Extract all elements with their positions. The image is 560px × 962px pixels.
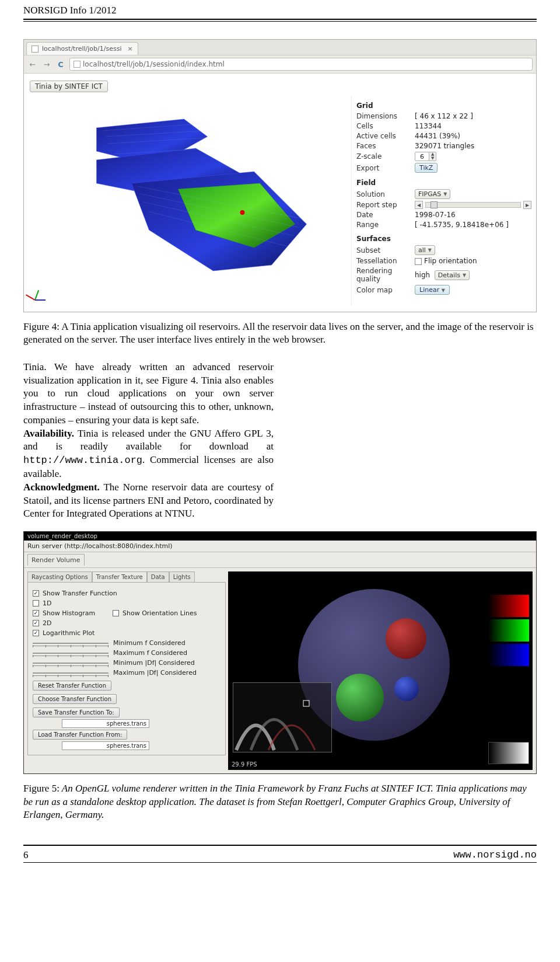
tab-render-volume[interactable]: Render Volume — [27, 554, 85, 566]
back-icon[interactable]: ← — [27, 59, 38, 69]
page-number: 6 — [23, 849, 29, 861]
reservoir-render — [29, 96, 351, 306]
figure-5-label: Figure 5: — [23, 783, 60, 794]
slider-min-df[interactable] — [33, 660, 108, 666]
figure-5-caption: Figure 5: An OpenGL volume renderer writ… — [23, 782, 537, 821]
grid-section-title: Grid — [356, 102, 531, 110]
reload-icon[interactable]: C — [55, 59, 66, 69]
solution-select[interactable]: FIPGAS▼ — [415, 189, 450, 199]
volume-render-viewport[interactable]: 29.9 FPS — [228, 571, 533, 770]
reservoir-viewport[interactable] — [29, 96, 352, 306]
color-gradient-legend — [488, 595, 529, 666]
close-icon[interactable]: × — [127, 45, 132, 53]
chk-show-tf[interactable] — [33, 590, 39, 597]
export-tikz-button[interactable]: TikZ — [415, 163, 438, 173]
tinia-url: http://www.tinia.org — [23, 455, 142, 466]
faces-label: Faces — [356, 142, 415, 150]
chk-show-histogram[interactable] — [33, 610, 39, 616]
subset-select[interactable]: all▼ — [415, 245, 435, 255]
tab-raycasting[interactable]: Raycasting Options — [27, 571, 92, 582]
zscale-spinner[interactable]: 6▲▼ — [415, 152, 436, 161]
transfer-function-plot — [233, 682, 332, 752]
solution-label: Solution — [356, 190, 415, 198]
tab-transfer-texture[interactable]: Transfer Texture — [92, 571, 147, 582]
reset-tf-button[interactable]: Reset Transfer Function — [33, 681, 111, 691]
slider-min-f[interactable] — [33, 640, 108, 646]
chevron-down-icon: ▼ — [442, 288, 445, 293]
availability-heading: Availability. — [23, 428, 74, 439]
figure-4-label: Figure 4: — [23, 321, 60, 332]
tab-lights[interactable]: Lights — [169, 571, 195, 582]
spinner-down-icon: ▼ — [429, 156, 436, 161]
chevron-down-icon: ▼ — [463, 273, 466, 278]
zscale-label: Z-scale — [356, 152, 415, 161]
export-label: Export — [356, 164, 415, 172]
tessellation-label: Tessellation — [356, 257, 415, 265]
rendering-quality-label: Rendering quality — [356, 267, 415, 283]
page-footer: 6 www.norsigd.no — [23, 845, 537, 861]
chk-2d[interactable] — [33, 620, 39, 626]
tab-data[interactable]: Data — [147, 571, 169, 582]
left-panel: Raycasting Options Transfer Texture Data… — [27, 571, 226, 770]
report-step-slider[interactable]: ◀ ▶ — [415, 201, 531, 209]
chk-orientation-lines[interactable] — [113, 610, 119, 616]
chevron-down-icon: ▼ — [428, 248, 432, 253]
cells-value: 113344 — [415, 122, 531, 130]
properties-panel: Grid Dimensions[ 46 x 112 x 22 ] Cells11… — [356, 96, 531, 306]
figure-5-text: An OpenGL volume renderer written in the… — [23, 783, 527, 820]
choose-tf-button[interactable]: Choose Transfer Function — [33, 694, 117, 704]
figure-4-browser-screenshot: localhost/trell/job/1/sessi × ← → C loca… — [23, 39, 537, 312]
date-value: 1998-07-16 — [415, 211, 531, 219]
chevron-down-icon: ▼ — [443, 191, 447, 197]
run-server-label[interactable]: Run server (http://localhost:8080/index.… — [27, 542, 173, 550]
save-tf-button[interactable]: Save Transfer Function To: — [33, 707, 120, 717]
blue-sphere — [394, 677, 419, 701]
load-tf-filename[interactable]: spheres.trans — [62, 741, 149, 750]
slider-max-df[interactable] — [33, 670, 108, 676]
green-gradient-icon — [488, 619, 529, 642]
axis-gizmo-icon — [32, 285, 50, 302]
browser-toolbar: ← → C localhost/trell/job/1/sessionid/in… — [24, 55, 536, 74]
load-tf-button[interactable]: Load Transfer Function From: — [33, 730, 127, 740]
browser-tab[interactable]: localhost/trell/job/1/sessi × — [26, 42, 138, 55]
range-label: Range — [356, 221, 415, 229]
surfaces-section-title: Surfaces — [356, 235, 531, 243]
save-tf-filename[interactable]: spheres.trans — [62, 719, 149, 728]
range-value: [ -41.5735, 9.18418e+06 ] — [415, 221, 531, 229]
red-sphere — [386, 618, 426, 659]
blue-gradient-icon — [488, 644, 529, 666]
app-title-button[interactable]: Tinia by SINTEF ICT — [30, 81, 108, 92]
url-text: localhost/trell/job/1/sessionid/index.ht… — [83, 60, 225, 68]
grayscale-histogram — [488, 742, 529, 764]
green-sphere — [336, 674, 384, 722]
report-step-label: Report step — [356, 201, 415, 209]
journal-title: NORSIGD Info 1/2012 — [23, 5, 117, 16]
window-titlebar: volume_render_desktop — [24, 532, 536, 541]
chk-1d[interactable] — [33, 600, 39, 607]
subset-label: Subset — [356, 246, 415, 255]
svg-point-0 — [240, 210, 245, 215]
page-icon — [74, 61, 80, 68]
body-para-1: Tinia. We have already written an advanc… — [23, 361, 274, 426]
dimensions-value: [ 46 x 112 x 22 ] — [415, 112, 531, 120]
flip-orientation-text: Flip orientation — [424, 257, 477, 265]
figure-4-text: A Tinia application visualizing oil rese… — [23, 321, 534, 345]
details-button[interactable]: Details▼ — [435, 270, 470, 280]
chk-log-plot[interactable] — [33, 630, 39, 636]
rendering-quality-value: high — [415, 271, 430, 279]
flip-orientation-checkbox[interactable] — [415, 258, 422, 265]
url-bar[interactable]: localhost/trell/job/1/sessionid/index.ht… — [69, 58, 533, 71]
slider-max-f[interactable] — [33, 650, 108, 656]
forward-icon[interactable]: → — [41, 59, 52, 69]
acknowledgment-heading: Acknowledgment. — [23, 482, 100, 493]
color-map-label: Color map — [356, 286, 415, 294]
svg-rect-1 — [303, 700, 309, 706]
cells-label: Cells — [356, 122, 415, 130]
tab-title: localhost/trell/job/1/sessi — [42, 45, 121, 53]
color-map-button[interactable]: Linear ▼ — [415, 285, 450, 295]
slider-right-icon: ▶ — [523, 201, 531, 209]
article-body: Tinia. We have already written an advanc… — [23, 361, 537, 521]
slider-left-icon: ◀ — [415, 201, 423, 209]
fps-label: 29.9 FPS — [232, 761, 257, 768]
field-section-title: Field — [356, 179, 531, 187]
